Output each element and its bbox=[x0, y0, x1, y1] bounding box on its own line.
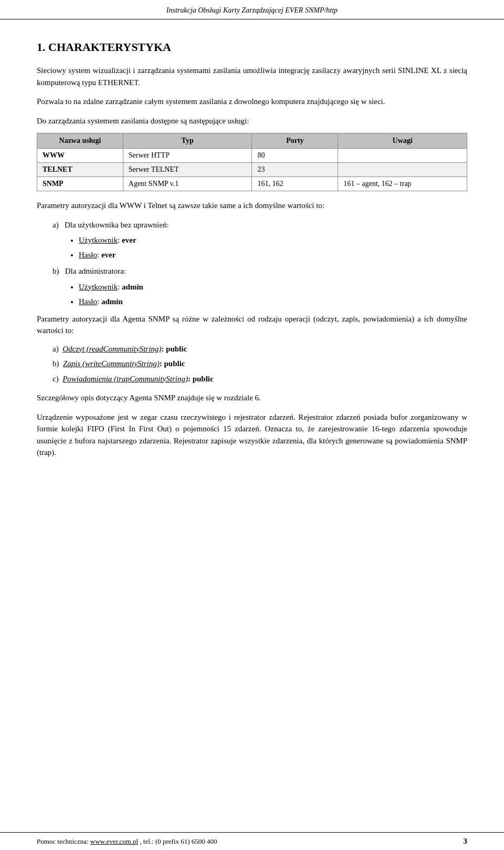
section-title: 1. CHARAKTERYSTYKA bbox=[37, 40, 467, 54]
user-b-password-label: Hasło bbox=[79, 297, 97, 306]
table-row: TELNET Serwer TELNET 23 bbox=[37, 163, 467, 177]
snmp-a-label: a) bbox=[52, 345, 62, 353]
snmp-item-a: a) Odczyt (readCommunityString): public bbox=[52, 343, 467, 355]
user-b-username: Użytkownik: admin bbox=[79, 281, 467, 293]
list-b-label: b) bbox=[52, 267, 63, 275]
user-b-username-value: admin bbox=[122, 283, 143, 291]
row2-name: TELNET bbox=[37, 163, 123, 177]
page-content: 1. CHARAKTERYSTYKA Sieciowy system wizua… bbox=[0, 19, 504, 850]
snmp-c-value: : public bbox=[188, 375, 214, 383]
row2-type: Serwer TELNET bbox=[123, 163, 252, 177]
user-a-password-value: ever bbox=[101, 251, 116, 259]
snmp-b-label: b) bbox=[52, 359, 63, 368]
col-header-ports: Porty bbox=[252, 133, 338, 149]
user-b-password-value: admin bbox=[101, 297, 123, 306]
footer-website: www.ever.com.pl bbox=[90, 837, 138, 845]
snmp-c-prefix: Powiadomienia (trapCommunityString) bbox=[62, 375, 188, 383]
details-paragraph: Szczegółowy opis dotyczący Agenta SNMP z… bbox=[37, 392, 467, 404]
user-a-username-label: Użytkownik bbox=[79, 236, 118, 244]
user-a-username-colon: : bbox=[118, 236, 122, 244]
row1-notes bbox=[338, 149, 467, 163]
table-intro: Do zarządzania systemem zasilania dostęp… bbox=[37, 115, 467, 127]
footer-contact: Pomoc techniczna: www.ever.com.pl , tel.… bbox=[37, 837, 217, 846]
col-header-notes: Uwagi bbox=[338, 133, 467, 149]
row3-notes: 161 – agent, 162 – trap bbox=[338, 177, 467, 191]
closing-p1: Urządzenie wyposażone jest w zegar czasu… bbox=[37, 411, 467, 459]
user-params-list: a) Dla użytkownika bez uprawnień: Użytko… bbox=[37, 219, 467, 308]
snmp-item-c: c) Powiadomienia (trapCommunityString): … bbox=[52, 373, 467, 385]
footer-page-number: 3 bbox=[464, 837, 468, 846]
page-container: Instrukcja Obsługi Karty Zarządzającej E… bbox=[0, 0, 504, 850]
row2-ports: 23 bbox=[252, 163, 338, 177]
page-footer: Pomoc techniczna: www.ever.com.pl , tel.… bbox=[0, 832, 504, 850]
services-table: Nazwa usługi Typ Porty Uwagi WWW Serwer … bbox=[37, 133, 467, 191]
col-header-type: Typ bbox=[123, 133, 252, 149]
user-a-password-colon: : bbox=[97, 251, 101, 259]
intro-p1: Sieciowy system wizualizacji i zarządzan… bbox=[37, 65, 467, 88]
list-a-text: Dla użytkownika bez uprawnień: bbox=[65, 221, 169, 229]
table-row: WWW Serwer HTTP 80 bbox=[37, 149, 467, 163]
list-b-text: Dla administratora: bbox=[65, 267, 126, 275]
row3-type: Agent SNMP v.1 bbox=[123, 177, 252, 191]
params-snmp-paragraph: Parametry autoryzacji dla Agenta SNMP są… bbox=[37, 313, 467, 337]
user-a-username-value: ever bbox=[122, 236, 136, 244]
user-a-password: Hasło: ever bbox=[79, 248, 467, 261]
snmp-b-value: : public bbox=[160, 359, 185, 368]
params-www-paragraph: Parametry autoryzacji dla WWW i Telnet s… bbox=[37, 200, 467, 212]
user-b-password-colon: : bbox=[97, 297, 101, 306]
closing-paragraphs: Urządzenie wyposażone jest w zegar czasu… bbox=[37, 411, 467, 459]
user-params-item-b: b) Dla administratora: Użytkownik: admin… bbox=[52, 265, 467, 308]
user-a-bullets: Użytkownik: ever Hasło: ever bbox=[52, 234, 467, 261]
user-b-password: Hasło: admin bbox=[79, 295, 467, 308]
intro-p2: Pozwala to na zdalne zarządzanie całym s… bbox=[37, 96, 467, 108]
table-row: SNMP Agent SNMP v.1 161, 162 161 – agent… bbox=[37, 177, 467, 191]
row1-name: WWW bbox=[37, 149, 123, 163]
header-title: Instrukcja Obsługi Karty Zarządzającej E… bbox=[166, 6, 338, 14]
row1-ports: 80 bbox=[252, 149, 338, 163]
user-b-bullets: Użytkownik: admin Hasło: admin bbox=[52, 281, 467, 308]
row1-type: Serwer HTTP bbox=[123, 149, 252, 163]
user-b-username-colon: : bbox=[118, 283, 122, 291]
snmp-params-list: a) Odczyt (readCommunityString): public … bbox=[37, 343, 467, 385]
row3-ports: 161, 162 bbox=[252, 177, 338, 191]
user-a-password-label: Hasło bbox=[79, 251, 97, 259]
snmp-item-b: b) Zapis (writeCommunityString): public bbox=[52, 358, 467, 370]
user-a-username: Użytkownik: ever bbox=[79, 234, 467, 246]
row2-notes bbox=[338, 163, 467, 177]
snmp-c-label: c) bbox=[52, 375, 62, 383]
page-header: Instrukcja Obsługi Karty Zarządzającej E… bbox=[0, 0, 504, 19]
user-b-username-label: Użytkownik bbox=[79, 283, 118, 291]
col-header-name: Nazwa usługi bbox=[37, 133, 123, 149]
snmp-a-value: : public bbox=[161, 345, 187, 353]
list-a-label: a) bbox=[52, 221, 62, 229]
snmp-a-prefix: Odczyt (readCommunityString) bbox=[62, 345, 161, 353]
row3-name: SNMP bbox=[37, 177, 123, 191]
snmp-b-prefix: Zapis (writeCommunityString) bbox=[63, 359, 160, 368]
user-params-item-a: a) Dla użytkownika bez uprawnień: Użytko… bbox=[52, 219, 467, 262]
